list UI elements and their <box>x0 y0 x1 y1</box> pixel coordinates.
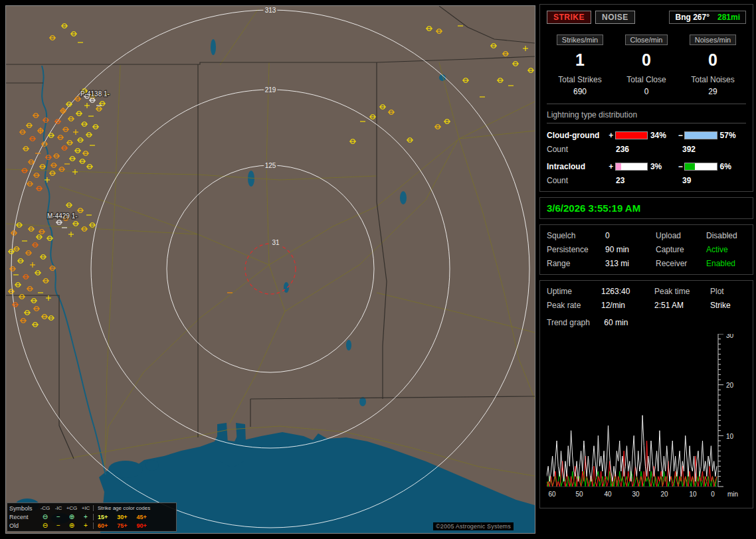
divider <box>547 104 746 104</box>
map-canvas[interactable]: 31321912531 P-4138 1-M-4429 1- <box>6 6 535 533</box>
cg-minus-icon: ⊖ <box>39 514 52 520</box>
count-label: Count <box>547 145 616 154</box>
trend-x-label: 40 <box>604 491 612 498</box>
age-code: 15+ <box>98 514 108 520</box>
legend-col-ic-plus: +IC <box>78 505 93 511</box>
trend-x-label: 20 <box>660 491 668 498</box>
strikes-per-min-value: 1 <box>547 52 613 68</box>
bearing-display: Bng 267° 281mi <box>669 11 746 24</box>
trend-y-label: 20 <box>726 382 734 389</box>
squelch-label: Squelch <box>547 231 605 240</box>
map-panel: 31321912531 P-4138 1-M-4429 1- Symbols -… <box>5 5 535 534</box>
cg-minus-bar <box>684 131 717 139</box>
cg-minus-pct: 57% <box>717 131 746 140</box>
legend-col-cg-plus: +CG <box>65 505 78 511</box>
cloud-ground-row: Cloud-ground + 34% − 57% <box>547 129 746 141</box>
trend-y-label: 10 <box>726 433 734 440</box>
peak-time-value: 2:51 AM <box>654 301 710 310</box>
capture-value: Active <box>706 245 746 254</box>
uptime-label: Uptime <box>547 287 601 296</box>
ic-plus-bar <box>615 163 648 171</box>
peak-time-label: Peak time <box>654 287 710 296</box>
plot-label: Plot <box>710 287 746 296</box>
cg-plus-count: 236 <box>616 145 682 154</box>
legend-symbols-header: Symbols <box>9 505 39 512</box>
cg-plus-icon: ⊕ <box>65 514 78 520</box>
range-ring-label: 313 <box>265 7 276 14</box>
intracloud-label: Intracloud <box>547 162 607 171</box>
receiver-value: Enabled <box>706 259 746 268</box>
close-per-min-chip: Close/min <box>625 35 668 45</box>
uptime-value: 1263:40 <box>601 287 654 296</box>
status-section: Squelch 0 Upload Disabled Persistence 90… <box>539 224 753 275</box>
ic-minus-icon: − <box>52 522 65 529</box>
trend-x-label: 0 <box>711 491 715 498</box>
trend-series-layer <box>547 416 717 487</box>
copyright-text: ©2005 Astrogenic Systems <box>433 522 514 530</box>
intracloud-counts: Count 23 39 <box>547 176 746 185</box>
legend-col-ic-minus: -IC <box>52 505 65 511</box>
age-code: 30+ <box>117 514 127 520</box>
trend-x-label: 50 <box>575 491 583 498</box>
trend-section: Uptime 1263:40 Peak time Plot Peak rate … <box>539 280 753 508</box>
noise-indicator[interactable]: NOISE <box>595 11 635 24</box>
map-legend: Symbols -CG -IC +CG +IC Strike age color… <box>7 502 177 532</box>
storm-cell-label: M-4429 1- <box>47 212 78 220</box>
intracloud-row: Intracloud + 3% − 6% <box>547 161 746 172</box>
strike-indicator[interactable]: STRIKE <box>547 11 591 24</box>
trend-graph-label: Trend graph <box>547 318 590 327</box>
close-per-min-value: 0 <box>613 52 680 68</box>
ic-minus-pct: 6% <box>717 162 746 171</box>
ic-plus-icon: + <box>78 514 93 520</box>
ic-minus-bar <box>684 163 717 171</box>
upload-value: Disabled <box>706 231 746 240</box>
noises-per-min-value: 0 <box>680 52 746 68</box>
storm-cell-label: P-4138 1- <box>80 90 110 98</box>
lake-pontchartrain <box>108 461 143 478</box>
trend-x-unit: min <box>727 491 738 498</box>
receiver-label: Receiver <box>656 259 706 268</box>
trend-x-label: 30 <box>632 491 640 498</box>
age-code: 60+ <box>98 522 108 529</box>
count-label: Count <box>547 176 616 185</box>
legend-age-header: Strike age color codes <box>93 505 174 511</box>
range-ring-label: 219 <box>265 86 276 94</box>
plus-sign: + <box>607 131 615 140</box>
plus-sign: + <box>607 162 615 171</box>
total-close-label: Total Close <box>613 75 680 84</box>
upload-label: Upload <box>656 231 706 240</box>
trend-x-label: 60 <box>548 491 556 498</box>
lake <box>145 460 159 471</box>
persistence-value: 90 min <box>605 245 656 254</box>
ic-minus-count: 39 <box>682 176 691 185</box>
trend-y-labels: 30 20 10 <box>726 334 734 440</box>
close-ring-label: 31 <box>272 239 280 246</box>
total-close-value: 0 <box>613 87 680 96</box>
total-strikes-value: 690 <box>547 87 613 96</box>
cg-plus-bar <box>615 131 648 139</box>
noises-per-min-chip: Noises/min <box>690 35 736 45</box>
peak-rate-value: 12/min <box>601 301 654 310</box>
range-label: Range <box>547 259 605 268</box>
cloud-ground-counts: Count 236 392 <box>547 145 746 154</box>
persistence-label: Persistence <box>547 245 605 254</box>
plot-value: Strike <box>710 301 746 310</box>
cg-plus-icon: ⊕ <box>65 522 78 529</box>
cg-minus-icon: ⊖ <box>39 522 52 529</box>
capture-label: Capture <box>656 245 706 254</box>
cg-plus-pct: 34% <box>648 131 676 140</box>
minus-sign: − <box>676 162 684 171</box>
bearing-range: 281mi <box>717 13 740 22</box>
range-value: 313 mi <box>605 259 656 268</box>
ic-plus-pct: 3% <box>648 162 676 171</box>
trend-x-labels: 60 50 40 30 20 10 0 min <box>548 491 738 498</box>
legend-row-old: Old <box>9 522 39 529</box>
peak-rate-label: Peak rate <box>547 301 601 310</box>
cloud-ground-label: Cloud-ground <box>547 131 607 140</box>
total-strikes-label: Total Strikes <box>547 75 613 84</box>
trend-y-label: 30 <box>726 334 734 339</box>
age-code: 75+ <box>117 522 127 529</box>
distribution-title: Lightning type distribution <box>547 110 746 123</box>
trend-graph-value: 60 min <box>604 318 628 327</box>
squelch-value: 0 <box>605 231 656 240</box>
